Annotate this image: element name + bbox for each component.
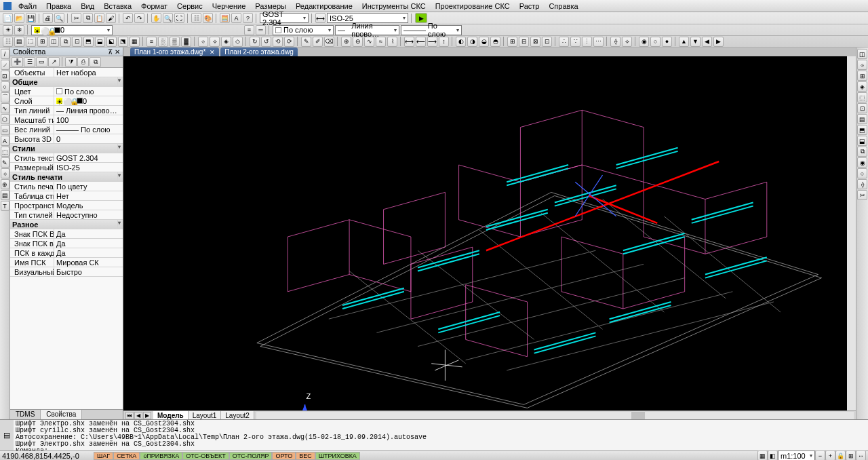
undo-icon[interactable]: ↶ bbox=[123, 13, 133, 23]
menu-Вид[interactable]: Вид bbox=[76, 1, 99, 11]
copy-icon[interactable]: ⧉ bbox=[83, 13, 93, 23]
prop-row[interactable]: Знак ПСК ВклДа bbox=[10, 229, 123, 239]
prop-row[interactable]: Вес линий——— По слою bbox=[10, 125, 123, 134]
rtool-6[interactable]: ▤ bbox=[857, 114, 867, 124]
tool3-14[interactable]: ░ bbox=[158, 37, 168, 47]
tool3-53[interactable]: ∴ bbox=[559, 37, 569, 47]
rtool-0[interactable]: ◫ bbox=[857, 49, 867, 59]
color-combo[interactable]: По слою▾ bbox=[273, 25, 334, 35]
prop-tab-Свойства[interactable]: Свойства bbox=[41, 410, 82, 419]
panel-pin-icon[interactable]: ⊼ bbox=[108, 48, 113, 56]
rtool-9[interactable]: ⧉ bbox=[857, 147, 867, 157]
drawing-canvas[interactable]: Z X Y bbox=[123, 56, 856, 410]
tool3-26[interactable]: ⟳ bbox=[284, 37, 294, 47]
tool3-15[interactable]: ▒ bbox=[170, 37, 180, 47]
command-output[interactable]: Шрифт Электро.shx заменён на CS_Gost2304… bbox=[14, 420, 868, 451]
tool3-19[interactable]: ⟡ bbox=[210, 37, 220, 47]
tool3-33[interactable]: ⊖ bbox=[353, 37, 363, 47]
ltool-1[interactable]: ⟋ bbox=[1, 60, 9, 70]
status-icon-1[interactable]: ▦ bbox=[757, 451, 768, 460]
prop-list-icon[interactable]: ☰ bbox=[24, 57, 35, 67]
tool3-4[interactable]: ◫ bbox=[49, 37, 59, 47]
menu-Инструменты СКС[interactable]: Инструменты СКС bbox=[357, 1, 431, 11]
menu-Вставка[interactable]: Вставка bbox=[99, 1, 136, 11]
tool3-30[interactable]: ⌫ bbox=[324, 37, 334, 47]
tool3-35[interactable]: ≈ bbox=[376, 37, 386, 47]
rtool-13[interactable]: ✂ bbox=[857, 190, 867, 200]
status-ВЕС[interactable]: ВЕС bbox=[296, 452, 315, 460]
tool3-38[interactable]: ⟷ bbox=[404, 37, 414, 47]
tool3-9[interactable]: ⬕ bbox=[106, 37, 117, 47]
tab-close-icon[interactable]: ✕ bbox=[210, 49, 215, 56]
doc-tab[interactable]: План 1-ого этажа.dwg*✕ bbox=[130, 47, 219, 56]
cut-icon[interactable]: ✂ bbox=[71, 13, 81, 23]
tool3-5[interactable]: ⧉ bbox=[60, 37, 71, 47]
prop-group-Стиль печати[interactable]: Стиль печати▾ bbox=[10, 172, 123, 182]
dim-icon[interactable]: ⟷ bbox=[315, 13, 326, 23]
tool3-58[interactable]: ⟠ bbox=[610, 37, 620, 47]
tool3-59[interactable]: ⟡ bbox=[622, 37, 632, 47]
go-button[interactable]: ▶ bbox=[415, 13, 427, 23]
prop-row[interactable]: Таблица стиле…Нет bbox=[10, 191, 123, 201]
rtool-8[interactable]: ⬓ bbox=[857, 136, 867, 146]
menu-Формат[interactable]: Формат bbox=[136, 1, 172, 11]
rtool-7[interactable]: ⬒ bbox=[857, 125, 867, 135]
tool3-11[interactable]: ▦ bbox=[130, 37, 140, 47]
tool3-66[interactable]: ▼ bbox=[690, 37, 701, 47]
tool3-55[interactable]: ⋮ bbox=[582, 37, 592, 47]
ltool-8[interactable]: A bbox=[1, 136, 9, 146]
prop-row[interactable]: Слой☀⚪🔒0 bbox=[10, 96, 123, 106]
menu-Редактирование[interactable]: Редактирование bbox=[291, 1, 357, 11]
rtool-4[interactable]: ⬚ bbox=[857, 92, 867, 102]
rtool-12[interactable]: ⟠ bbox=[857, 179, 867, 189]
redo-icon[interactable]: ↷ bbox=[134, 13, 144, 23]
prop-tab-TDMS[interactable]: TDMS bbox=[10, 410, 41, 419]
tool3-25[interactable]: ⟲ bbox=[273, 37, 283, 47]
prop-print-icon[interactable]: ⎙ bbox=[77, 57, 89, 67]
prop-row[interactable]: Пространство…Модель bbox=[10, 201, 123, 210]
menu-Проектирование СКС[interactable]: Проектирование СКС bbox=[431, 1, 515, 11]
menu-Файл[interactable]: Файл bbox=[14, 1, 41, 11]
lineweight-combo[interactable]: ——— По слою▾ bbox=[401, 25, 462, 35]
layer-toggle-icon[interactable]: ☀ bbox=[3, 25, 13, 35]
layer-off-icon[interactable]: ❄ bbox=[14, 25, 24, 35]
rtool-10[interactable]: ◉ bbox=[857, 157, 867, 168]
status-ОТС-ПОЛЯР[interactable]: ОТС-ПОЛЯР bbox=[229, 452, 273, 460]
rtool-3[interactable]: ◈ bbox=[857, 81, 867, 92]
prop-row[interactable]: Визуальный ст…Быстро bbox=[10, 267, 123, 277]
tool3-29[interactable]: ✐ bbox=[313, 37, 323, 47]
doc-tab[interactable]: План 2-ого этажа.dwg bbox=[220, 47, 297, 56]
tool3-20[interactable]: ◈ bbox=[221, 37, 231, 47]
text-style-combo[interactable]: GOST 2.304▾ bbox=[260, 13, 309, 23]
ltool-9[interactable]: ⬚ bbox=[1, 147, 9, 157]
tab-first-icon[interactable]: ⏮ bbox=[125, 412, 134, 419]
tool3-40[interactable]: ⟶ bbox=[427, 37, 437, 47]
tool3-18[interactable]: ⟐ bbox=[198, 37, 208, 47]
tool3-2[interactable]: ⬚ bbox=[26, 37, 36, 47]
calc-icon[interactable]: 🧮 bbox=[220, 13, 230, 23]
new-file-icon[interactable]: 📄 bbox=[3, 13, 13, 23]
tool3-36[interactable]: ⌇ bbox=[387, 37, 397, 47]
tool3-13[interactable]: ≡ bbox=[146, 37, 157, 47]
layout-tab-Layout2[interactable]: Layout2 bbox=[221, 411, 254, 420]
tool3-6[interactable]: ⊡ bbox=[72, 37, 82, 47]
prop-row[interactable]: Стиль печатиПо цвету bbox=[10, 182, 123, 191]
prop-row[interactable]: Размерный ст…ISO-25 bbox=[10, 163, 123, 172]
prop-row[interactable]: ЦветПо слою bbox=[10, 87, 123, 96]
prop-row[interactable]: Стиль текстаGOST 2.304 bbox=[10, 153, 123, 163]
ltool-7[interactable]: ▭ bbox=[1, 125, 9, 135]
ltool-13[interactable]: ▤ bbox=[1, 190, 9, 200]
status-оПРИВЯЗКА[interactable]: оПРИВЯЗКА bbox=[140, 452, 182, 460]
print-icon[interactable]: 🖨 bbox=[43, 13, 53, 23]
paint-icon[interactable]: 🖌 bbox=[106, 13, 116, 23]
tool3-54[interactable]: ∵ bbox=[570, 37, 580, 47]
status-icon-2[interactable]: ◧ bbox=[768, 451, 778, 460]
ltool-11[interactable]: ⟐ bbox=[1, 168, 9, 178]
tool3-62[interactable]: ○ bbox=[650, 37, 660, 47]
zoom-minus-icon[interactable]: − bbox=[815, 451, 825, 460]
layout-tab-Layout1[interactable]: Layout1 bbox=[189, 411, 222, 420]
linetype-combo[interactable]: — Линия прово…▾ bbox=[335, 25, 399, 35]
prop-row[interactable]: Тип линий— Линия прово… bbox=[10, 106, 123, 115]
tool3-32[interactable]: ⊕ bbox=[341, 37, 351, 47]
tool3-50[interactable]: ⊠ bbox=[530, 37, 540, 47]
